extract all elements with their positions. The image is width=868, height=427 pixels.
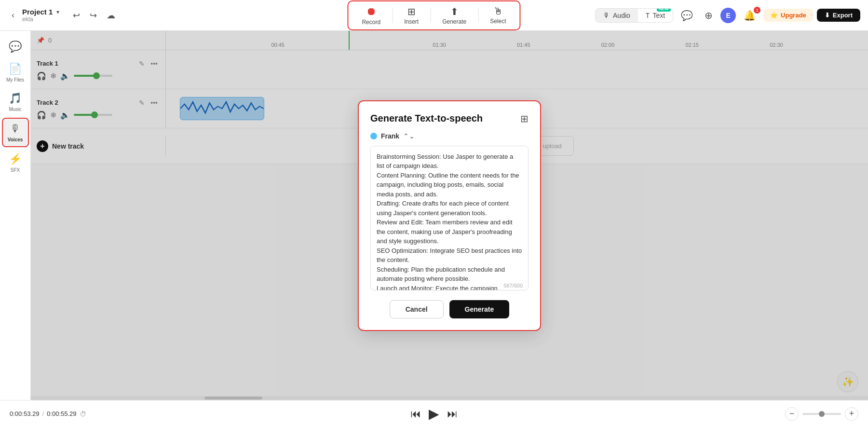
select-label: Select [490,18,506,25]
main-area: 💬 📄 My Files 🎵 Music 🎙 Voices ⚡ SFX 📌 0 [0,31,868,400]
music-icon: 🎵 [9,92,22,105]
editor-area: 📌 0 00:45 01:30 01:45 02:00 02:15 02:30 [31,31,868,400]
generate-button[interactable]: Generate [449,300,510,318]
audio-text-toggle: 🎙 Audio NEW T Text [595,8,673,23]
rewind-button[interactable]: ⏮ [410,408,421,420]
left-sidebar: 💬 📄 My Files 🎵 Music 🎙 Voices ⚡ SFX [0,31,31,400]
sidebar-item-my-files[interactable]: 📄 My Files [2,59,29,86]
generate-toolbar-item[interactable]: ⬆ Generate [433,4,476,27]
sidebar-item-voices[interactable]: 🎙 Voices [2,118,29,147]
sidebar-item-my-files-label: My Files [6,77,24,83]
sfx-icon: ⚡ [9,153,22,165]
toolbar-divider-2 [430,8,431,23]
modal-header: Generate Text-to-speech ⊞ [370,113,529,124]
insert-label: Insert [404,18,419,25]
notifications-button[interactable]: 🔔 1 [740,8,760,23]
upgrade-button[interactable]: ⭐ Upgrade [763,9,813,22]
chat-sidebar-icon: 💬 [9,41,22,53]
toolbar-divider-3 [478,8,478,23]
upgrade-icon: ⭐ [770,12,778,19]
play-button[interactable]: ▶ [429,406,439,422]
record-toolbar-item[interactable]: ⏺ Record [352,3,390,28]
new-badge: NEW [657,8,671,12]
tts-textarea-wrapper: 587/600 [370,146,529,292]
text-toggle-label: Text [652,12,665,19]
fast-forward-button[interactable]: ⏭ [447,408,458,420]
audio-toggle-icon: 🎙 [603,12,610,19]
modal-actions: Cancel Generate [370,300,529,318]
chat-button[interactable]: 💬 [677,8,697,23]
total-time: 0:00:55.29 [47,410,76,417]
cancel-button[interactable]: Cancel [390,300,444,318]
record-label: Record [362,19,380,26]
top-bar-right: 🎙 Audio NEW T Text 💬 ⊕ E 🔔 1 ⭐ Upgrade ⬇… [595,8,860,23]
char-count: 587/600 [503,283,523,289]
project-title: Project 1 [22,8,53,16]
export-button[interactable]: ⬇ Export [817,9,860,22]
back-button[interactable]: ‹ [8,8,18,22]
bottom-bar: 0:00:53.29 / 0:00:55.29 ⏱ ⏮ ▶ ⏭ − + ✨ [0,400,868,427]
generate-icon: ⬆ [450,6,459,17]
audio-toggle-button[interactable]: 🎙 Audio [596,9,638,22]
top-bar: ‹ Project 1 ▾ ekta ↩ ↪ ☁ ⏺ Record ⊞ Inse… [0,0,868,31]
generate-label: Generate [442,18,466,25]
sidebar-item-music-label: Music [9,107,21,112]
undo-redo-group: ↩ ↪ ☁ [69,8,119,23]
insert-icon: ⊞ [407,6,416,17]
tts-text-input[interactable] [370,146,529,290]
toolbar-divider-1 [392,8,393,23]
modal-overlay[interactable]: Generate Text-to-speech ⊞ Frank ⌃⌄ 587/6… [31,31,868,400]
voices-icon: 🎙 [10,123,21,135]
modal-icon-button[interactable]: ⊞ [520,113,529,124]
cloud-save-button[interactable]: ☁ [103,8,119,23]
notification-badge: 1 [754,7,760,14]
sidebar-item-music[interactable]: 🎵 Music [2,88,29,116]
zoom-out-button[interactable]: − [785,407,799,421]
upgrade-label: Upgrade [781,12,806,19]
modal-title: Generate Text-to-speech [370,113,483,124]
export-icon: ⬇ [825,12,830,19]
project-info: Project 1 ▾ ekta [22,8,59,23]
center-toolbar: ⏺ Record ⊞ Insert ⬆ Generate 🖱 Select [347,0,520,30]
sidebar-item-sfx[interactable]: ⚡ SFX [2,149,29,177]
record-icon: ⏺ [366,5,377,18]
generate-tts-modal: Generate Text-to-speech ⊞ Frank ⌃⌄ 587/6… [358,100,541,331]
zoom-slider[interactable] [802,413,841,415]
zoom-in-button[interactable]: + [845,407,858,421]
export-label: Export [833,12,853,19]
transport-controls: ⏮ ▶ ⏭ [410,406,458,422]
sidebar-item-sfx-label: SFX [11,167,20,173]
voice-selector-button[interactable]: ⌃⌄ [403,132,415,140]
avatar: E [720,8,736,23]
select-toolbar-item[interactable]: 🖱 Select [480,4,515,27]
sidebar-item-voices-label: Voices [8,137,23,142]
time-separator: / [42,410,44,417]
zoom-controls: − + [785,407,858,421]
voice-name: Frank [381,132,399,140]
audio-toggle-label: Audio [613,12,630,19]
timer-icon: ⏱ [80,410,86,418]
my-files-icon: 📄 [9,63,22,75]
project-chevron-icon[interactable]: ▾ [56,9,59,15]
project-subtitle: ekta [22,16,59,23]
top-bar-left: ‹ Project 1 ▾ ekta ↩ ↪ ☁ [8,8,119,23]
time-display: 0:00:53.29 / 0:00:55.29 ⏱ [10,410,86,418]
current-time: 0:00:53.29 [10,410,39,417]
add-user-button[interactable]: ⊕ [701,8,717,23]
select-icon: 🖱 [493,6,503,17]
insert-toolbar-item[interactable]: ⊞ Insert [394,4,428,27]
undo-button[interactable]: ↩ [69,8,84,23]
text-toggle-wrapper: NEW T Text [638,9,673,22]
voice-dot-indicator [370,133,377,139]
sidebar-item-chat[interactable]: 💬 [2,37,29,57]
redo-button[interactable]: ↪ [86,8,101,23]
voice-selector: Frank ⌃⌄ [370,132,529,140]
text-toggle-icon: T [646,12,650,19]
